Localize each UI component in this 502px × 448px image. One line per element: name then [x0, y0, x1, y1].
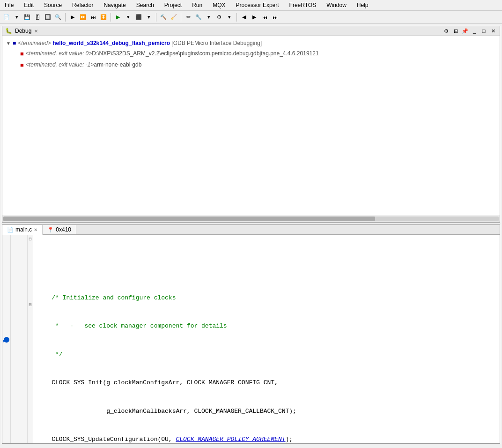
line-num-blank [13, 280, 23, 289]
debug-close-btn[interactable]: ✕ [489, 27, 497, 35]
code-line-5[interactable]: g_clockManCallbacksArr, CLOCK_MANAGER_CA… [37, 407, 498, 416]
toolbar-stop[interactable]: ⬛ [134, 13, 143, 22]
menu-source[interactable]: Source [41, 1, 65, 9]
tab-main-c-label: main.c [15, 226, 32, 233]
tab-main-c-close[interactable]: ✕ [34, 227, 37, 232]
tab-0x410-icon: 📍 [47, 227, 54, 233]
toolbar-step2[interactable]: ⏬ [99, 13, 108, 22]
debug-terminated-icon-1: ■ [20, 49, 24, 59]
debug-content: ▼ ■ <terminated> hello_world_s32k144_deb… [2, 36, 500, 216]
toolbar-build[interactable]: 🔨 [159, 13, 168, 22]
code-line-6[interactable]: CLOCK_SYS_UpdateConfiguration(0U, CLOCK_… [37, 435, 498, 443]
fold-blank [28, 375, 33, 385]
menu-help[interactable]: Help [354, 1, 371, 9]
line-num-blank [13, 306, 23, 315]
debug-layout-icon[interactable]: ⊞ [452, 27, 459, 35]
menu-run[interactable]: Run [189, 1, 205, 9]
toolbar-icon6[interactable]: 🔧 [194, 13, 203, 22]
toolbar-save-all[interactable]: 🗄 [33, 13, 42, 22]
line-num-blank [13, 246, 23, 254]
code-area: ➤ [2, 235, 500, 443]
toolbar-step[interactable]: ⏭ [89, 13, 98, 22]
menu-bar: File Edit Source Refactor Navigate Searc… [0, 0, 502, 11]
current-line-arrow: ➤ [2, 337, 6, 347]
debug-tree-child-1: ■ <terminated, exit value: 0>D:\NXP\S32D… [6, 48, 496, 60]
tab-0x410[interactable]: 📍 0x410 [43, 225, 76, 234]
toolbar-back2[interactable]: ⏮ [260, 13, 269, 22]
menu-project[interactable]: Project [162, 1, 185, 9]
code-line-1[interactable]: /* Initialize and configure clocks [37, 293, 498, 303]
line-num-blank [13, 333, 23, 342]
menu-mqx[interactable]: MQX [210, 1, 228, 9]
code-line-4[interactable]: CLOCK_SYS_Init(g_clockManConfigsArr, CLO… [37, 378, 498, 388]
debug-child-2-label: <terminated, exit value: -1>arm-none-eab… [26, 60, 141, 69]
debug-close-icon[interactable]: ✕ [34, 29, 38, 34]
code-line-2[interactable]: * - see clock manager component for deta… [37, 321, 498, 331]
toolbar-icon5[interactable]: ✏ [184, 13, 193, 22]
menu-processor-expert[interactable]: Processor Expert [233, 1, 282, 9]
toolbar-forward2[interactable]: ⏭ [270, 13, 280, 22]
code-line-3[interactable]: */ [37, 350, 498, 359]
separator-2 [111, 13, 111, 22]
toolbar-run2[interactable]: ⏩ [78, 13, 88, 22]
debug-title-left: 🐛 Debug ✕ [5, 28, 38, 34]
toolbar-dropdown3[interactable]: ▾ [144, 13, 154, 22]
toolbar-dropdown5[interactable]: ▾ [225, 13, 234, 22]
fold-marker-1[interactable]: ⊟ [28, 235, 33, 244]
debug-minimize-icon[interactable]: _ [471, 27, 478, 35]
toolbar-new[interactable]: 📄 [2, 13, 11, 22]
fold-marker-2[interactable]: ⊟ [28, 300, 33, 310]
editor-container: 📄 main.c ✕ 📍 0x410 ➤ [2, 224, 500, 444]
menu-navigate[interactable]: Navigate [101, 1, 128, 9]
separator-5 [236, 13, 237, 22]
toolbar-icon3[interactable]: 🔲 [43, 13, 52, 22]
debug-terminated-icon-2: ■ [20, 60, 24, 70]
debug-settings-icon[interactable]: ⚙ [443, 27, 450, 35]
toolbar-dropdown4[interactable]: ▾ [204, 13, 214, 22]
toolbar-debug-green[interactable]: ▶ [113, 13, 123, 22]
debug-hscroll-track[interactable] [3, 217, 499, 221]
code-text-2: * - see clock manager component for deta… [37, 322, 227, 329]
toolbar-back[interactable]: ◀ [239, 13, 249, 22]
fold-blank [28, 254, 33, 263]
toolbar-clean[interactable]: 🧹 [169, 13, 178, 22]
line-num-blank [13, 289, 23, 298]
separator-4 [181, 13, 181, 22]
line-num-blank [13, 341, 23, 350]
fold-blank [28, 272, 33, 282]
menu-search[interactable]: Search [133, 1, 157, 9]
line-num-blank [13, 237, 23, 246]
debug-maximize-icon[interactable]: □ [480, 27, 487, 35]
toolbar-forward[interactable]: ▶ [250, 13, 259, 22]
menu-refactor[interactable]: Refactor [69, 1, 96, 9]
debug-title-bar: 🐛 Debug ✕ ⚙ ⊞ 📌 _ □ ✕ [2, 26, 500, 36]
code-text-6: CLOCK_SYS_UpdateConfiguration(0U, CLOCK_… [37, 436, 293, 443]
debug-tree-root[interactable]: ▼ ■ <terminated> hello_world_s32k144_deb… [6, 38, 496, 48]
fold-blank [28, 244, 33, 254]
debug-hscroll-thumb[interactable] [3, 217, 375, 221]
debug-hscroll[interactable] [2, 216, 500, 222]
toolbar-dropdown2[interactable]: ▾ [124, 13, 133, 22]
toolbar-dropdown1[interactable]: ▾ [12, 13, 22, 22]
menu-file[interactable]: File [2, 1, 16, 9]
toolbar-icon7[interactable]: ⚙ [214, 13, 224, 22]
fold-blank [28, 338, 33, 347]
toolbar-run[interactable]: ▶ [68, 13, 77, 22]
menu-freertos[interactable]: FreeRTOS [287, 1, 319, 9]
menu-edit[interactable]: Edit [21, 1, 37, 9]
line-num-blank [13, 324, 23, 333]
fold-blank [28, 357, 33, 366]
toolbar-save[interactable]: 💾 [22, 13, 32, 22]
tab-main-c[interactable]: 📄 main.c ✕ [2, 225, 43, 235]
debug-pin-icon[interactable]: 📌 [461, 27, 469, 35]
code-lines[interactable]: /* Initialize and configure clocks * - s… [33, 235, 500, 443]
editor-tabs: 📄 main.c ✕ 📍 0x410 [2, 225, 500, 235]
line-numbers [11, 235, 28, 443]
line-num-blank [13, 367, 23, 376]
fold-blank [28, 310, 33, 319]
toolbar-icon4[interactable]: 🔍 [53, 13, 63, 22]
menu-window[interactable]: Window [324, 1, 349, 9]
fold-blank [28, 366, 33, 375]
tree-arrow-root[interactable]: ▼ [6, 39, 11, 47]
code-with-annotation: /* Initialize and configure clocks * - s… [37, 265, 498, 443]
